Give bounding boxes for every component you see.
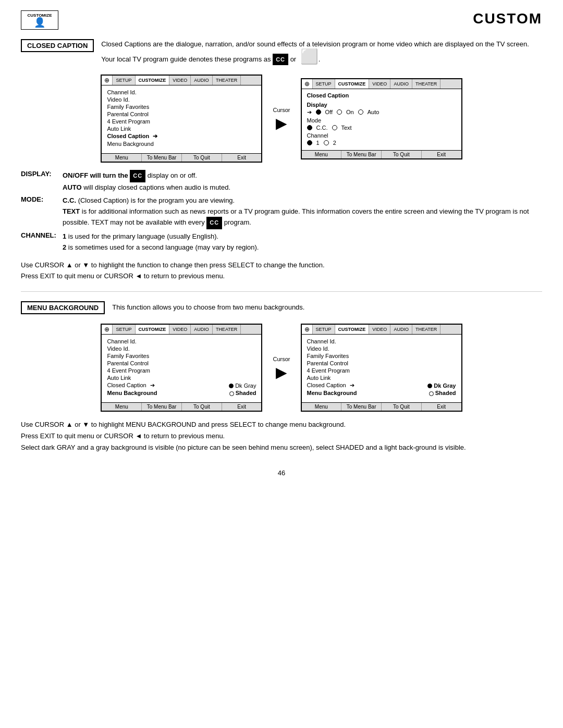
cursor-label: Cursor — [273, 107, 290, 113]
radio-on — [337, 109, 342, 115]
display-field-label: DISPLAY: — [21, 170, 63, 193]
menu-item-closed-caption: Closed Caption ➔ — [107, 132, 256, 140]
tv-mbgl-setup: SETUP — [113, 325, 135, 334]
tv-mbgl-nav: ⊕ — [102, 325, 113, 334]
cc-badge-mode: CC — [206, 217, 222, 229]
radio-ch1 — [307, 140, 312, 145]
footer-exit: Exit — [222, 154, 262, 162]
tv-left-body: Channel Id. Video Id. Family Favorites P… — [102, 85, 261, 153]
cc-symbol: ⬜ — [300, 48, 319, 65]
section-divider — [21, 291, 542, 292]
tv-rtab-nav: ⊕ — [302, 79, 313, 89]
tv-tab-customize: CUSTOMIZE — [136, 76, 170, 85]
diagram-row-2: ⊕ SETUP CUSTOMIZE VIDEO AUDIO THEATER Ch… — [21, 324, 542, 412]
tv-mbg-left-screen: ⊕ SETUP CUSTOMIZE VIDEO AUDIO THEATER Ch… — [101, 324, 262, 412]
tv-right-screen: ⊕ SETUP CUSTOMIZE VIDEO AUDIO THEATER Cl… — [301, 78, 462, 159]
menu-item-family-fav: Family Favorites — [107, 103, 256, 110]
tv-rtab-audio: AUDIO — [390, 79, 412, 89]
mode-field-body: C.C. (Closed Caption) is for the program… — [63, 195, 542, 229]
menu-item-autolink: Auto Link — [107, 125, 256, 132]
cursor-arrow-icon: ▶ — [276, 116, 287, 131]
radio-text — [332, 125, 337, 130]
tv-rtab-theater: THEATER — [412, 79, 440, 89]
radio-ch2 — [324, 140, 329, 145]
mode-field-label: MODE: — [21, 195, 63, 229]
closed-caption-label: CLOSED CAPTION — [21, 39, 94, 52]
tv-mbg-right-screen: ⊕ SETUP CUSTOMIZE VIDEO AUDIO THEATER Ch… — [301, 324, 462, 412]
radio-off — [316, 109, 321, 115]
menu-bg-description: This function allows you to choose from … — [112, 301, 304, 311]
cursor-2-arrow-icon: ▶ — [276, 365, 287, 380]
menu-bg-label: MENU BACKGROUND — [21, 301, 105, 314]
tv-tab-setup: SETUP — [113, 76, 135, 85]
channel-field-label: CHANNEL: — [21, 231, 63, 253]
tv-mbg-right-menu-bar: ⊕ SETUP CUSTOMIZE VIDEO AUDIO THEATER — [302, 325, 461, 335]
tv-left-footer: Menu To Menu Bar To Quit Exit — [102, 153, 261, 162]
cc-badge-display: CC — [130, 170, 145, 182]
tv-rtab-video: VIDEO — [369, 79, 390, 89]
channel-field-row: CHANNEL: 1 is used for the primary langu… — [21, 231, 542, 253]
tv-mbgr-theater: THEATER — [412, 325, 440, 334]
display-options-row: ➔ Off On Auto — [307, 109, 456, 116]
page-title: CUSTOM — [473, 10, 542, 27]
diagram-row-1: ⊕ SETUP CUSTOMIZE VIDEO AUDIO THEATER Ch… — [21, 75, 542, 163]
menu-background-section: MENU BACKGROUND This function allows you… — [21, 301, 542, 314]
menu-item-channel-id: Channel Id. — [107, 89, 256, 96]
display-title: Display — [307, 102, 456, 108]
tv-mbg-left-menu-bar: ⊕ SETUP CUSTOMIZE VIDEO AUDIO THEATER — [102, 325, 261, 335]
tv-mbgl-theater: THEATER — [213, 325, 241, 334]
tv-right-footer: Menu To Menu Bar To Quit Exit — [302, 150, 461, 158]
bottom-notes: Use CURSOR ▲ or ▼ to highlight MENU BACK… — [21, 419, 542, 453]
tv-left-menu-bar: ⊕ SETUP CUSTOMIZE VIDEO AUDIO THEATER — [102, 76, 261, 85]
channel-options-row: 1 2 — [307, 140, 456, 146]
page-header: CUSTOMIZE 👤 CUSTOM — [21, 10, 542, 30]
display-field-row: DISPLAY: ON/OFF will turn the CC display… — [21, 170, 542, 193]
on-label: On — [346, 109, 354, 115]
tv-tab-nav: ⊕ — [102, 76, 113, 85]
rfooter-menu: Menu — [302, 151, 342, 158]
menu-item-video-id: Video Id. — [107, 96, 256, 103]
tv-right-menu-bar: ⊕ SETUP CUSTOMIZE VIDEO AUDIO THEATER — [302, 79, 461, 89]
footer-menubar: To Menu Bar — [142, 154, 182, 162]
text-label: Text — [341, 125, 352, 131]
cursor-2: Cursor ▶ — [273, 356, 290, 380]
tv-mbgr-customize: CUSTOMIZE — [335, 325, 370, 334]
rfooter-menubar: To Menu Bar — [341, 151, 382, 158]
tv-tab-theater: THEATER — [213, 76, 241, 85]
closed-caption-intro: Closed Captions are the dialogue, narrat… — [101, 39, 542, 65]
tv-mbg-left-body: Channel Id. Video Id. Family Favorites P… — [102, 335, 261, 402]
channel-field-body: 1 is used for the primary language (usua… — [63, 231, 542, 253]
right-section-title: Closed Caption — [307, 92, 456, 98]
menu-item-parental: Parental Control — [107, 110, 256, 118]
tv-rtab-customize: CUSTOMIZE — [335, 79, 370, 89]
cc-label: C.C. — [316, 125, 328, 131]
footer-menu: Menu — [102, 154, 142, 162]
channel-title: Channel — [307, 132, 456, 139]
tv-tab-video: VIDEO — [169, 76, 191, 85]
tv-mbg-right-body: Channel Id. Video Id. Family Favorites P… — [302, 335, 461, 402]
cc-badge-inline: CC — [273, 54, 288, 66]
tv-mbgl-customize: CUSTOMIZE — [136, 325, 170, 334]
tv-mbgr-nav: ⊕ — [302, 325, 313, 334]
mode-field-row: MODE: C.C. (Closed Caption) is for the p… — [21, 195, 542, 229]
page-number: 46 — [21, 469, 542, 477]
tv-rtab-setup: SETUP — [313, 79, 335, 89]
tv-mbg-left-footer: Menu To Menu Bar To Quit Exit — [102, 402, 261, 411]
auto-label: Auto — [368, 109, 380, 115]
off-label: Off — [325, 109, 333, 115]
tv-mbgl-audio: AUDIO — [191, 325, 213, 334]
logo-icon: 👤 — [34, 18, 45, 27]
mode-title: Mode — [307, 117, 456, 124]
closed-caption-section: CLOSED CAPTION Closed Captions are the d… — [21, 39, 542, 65]
tv-mbgr-video: VIDEO — [369, 325, 390, 334]
tv-mbgr-audio: AUDIO — [390, 325, 412, 334]
rfooter-exit: Exit — [422, 151, 461, 158]
cursor-1: Cursor ▶ — [273, 107, 290, 131]
menu-item-4event: 4 Event Program — [107, 118, 256, 125]
radio-cc — [307, 125, 312, 130]
tv-mbgl-video: VIDEO — [169, 325, 191, 334]
tv-tab-audio: AUDIO — [191, 76, 213, 85]
ch1-label: 1 — [316, 140, 320, 146]
tv-right-body: Closed Caption Display ➔ Off On Auto Mod… — [302, 89, 461, 150]
customize-logo: CUSTOMIZE 👤 — [21, 10, 58, 30]
